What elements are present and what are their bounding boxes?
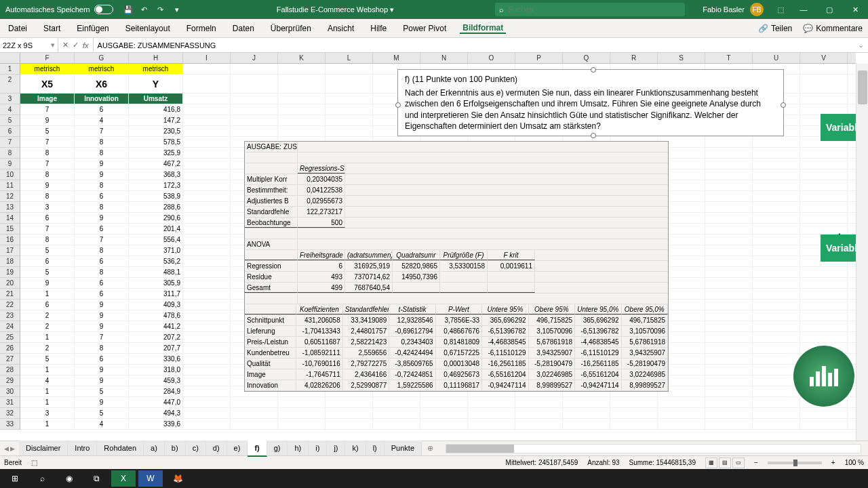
cell[interactable]: 9 (75, 365, 129, 375)
cell[interactable] (326, 75, 373, 93)
sheet-tab[interactable]: h) (288, 441, 309, 455)
row-header[interactable]: 30 (0, 386, 20, 397)
cell[interactable] (800, 148, 848, 158)
select-all-button[interactable] (0, 53, 20, 64)
cell[interactable] (231, 419, 278, 429)
cell[interactable]: 9 (75, 321, 129, 331)
sheet-tab[interactable]: f) (248, 441, 267, 457)
cell[interactable] (231, 397, 278, 407)
zoom-level[interactable]: 100 % (845, 459, 864, 466)
cell[interactable] (183, 397, 231, 407)
output-cell[interactable]: 7370714,62 (345, 272, 393, 282)
cell[interactable] (183, 256, 231, 266)
cell[interactable] (753, 267, 800, 277)
output-cell[interactable] (488, 272, 535, 282)
sheet-tab[interactable]: a) (144, 441, 165, 455)
cell[interactable]: 6 (75, 104, 129, 115)
output-cell[interactable] (245, 152, 298, 163)
cell[interactable]: 201,4 (129, 224, 183, 234)
task-textbox[interactable]: f) (11 Punkte von 100 Punkten) Nach der … (397, 69, 784, 136)
sheet-tab[interactable]: l) (366, 441, 384, 455)
cell[interactable] (326, 104, 373, 115)
sheet-tab[interactable]: Intro (68, 441, 97, 455)
row-header[interactable]: 5 (0, 115, 20, 126)
output-cell[interactable]: Untere 95,0% (575, 304, 621, 314)
cell[interactable]: 6 (75, 191, 129, 201)
col-header[interactable]: Q (563, 53, 610, 63)
cell[interactable] (705, 408, 753, 418)
output-cell[interactable]: Multipler Korr (245, 174, 298, 184)
cell[interactable] (800, 202, 848, 212)
cell[interactable]: 5 (20, 245, 75, 256)
cell[interactable] (278, 126, 326, 136)
cell[interactable] (800, 180, 848, 190)
output-cell[interactable]: 5,67861918 (622, 337, 668, 347)
save-icon[interactable]: 💾 (123, 4, 134, 15)
row-header[interactable]: 2 (0, 75, 20, 94)
cell[interactable]: 330,6 (129, 354, 183, 364)
row-header[interactable]: 26 (0, 343, 20, 354)
comments-button[interactable]: 💬 Kommentare (803, 24, 863, 33)
output-cell[interactable]: 0,81481809 (436, 337, 482, 347)
sheet-tab[interactable]: k) (345, 441, 366, 455)
col-header[interactable]: H (129, 53, 183, 63)
cell[interactable] (183, 148, 231, 158)
cell[interactable] (183, 224, 231, 234)
output-cell[interactable]: -6,51396782 (482, 326, 528, 336)
row-header[interactable]: 23 (0, 310, 20, 321)
cell[interactable] (183, 300, 231, 310)
cell[interactable] (753, 300, 800, 310)
cell[interactable] (183, 267, 231, 277)
output-cell[interactable]: -1,7645711 (296, 369, 342, 380)
output-cell[interactable]: -0,69612794 (389, 326, 435, 336)
output-cell[interactable]: 5,67861918 (529, 337, 575, 347)
output-cell[interactable]: 0,02955673 (298, 196, 345, 206)
row-header[interactable]: 21 (0, 289, 20, 300)
cell[interactable]: 284,9 (129, 386, 183, 396)
row-header[interactable]: 27 (0, 354, 20, 365)
output-cell[interactable]: 6 (298, 261, 345, 271)
cell[interactable] (183, 310, 231, 321)
row-header[interactable]: 33 (0, 419, 20, 430)
col-header[interactable]: I (183, 53, 231, 63)
cell[interactable] (753, 235, 800, 245)
cell[interactable]: 7 (20, 104, 75, 115)
cell[interactable]: 5 (20, 267, 75, 277)
cell[interactable]: 409,3 (129, 300, 183, 310)
output-cell[interactable]: 493 (298, 272, 345, 282)
cell[interactable] (183, 332, 231, 342)
cell[interactable] (278, 104, 326, 115)
cell[interactable]: 447,0 (129, 397, 183, 407)
output-cell[interactable]: 3,02246985 (622, 369, 668, 380)
cell[interactable]: 9 (75, 213, 129, 223)
cell[interactable]: 6 (75, 354, 129, 364)
cell[interactable] (800, 213, 848, 223)
cell[interactable] (800, 64, 848, 74)
cell[interactable] (658, 397, 705, 407)
cell[interactable]: 172,3 (129, 180, 183, 190)
output-cell[interactable]: AUSGABE: ZUSAMMENFASSUNG (245, 142, 298, 152)
col-header[interactable]: L (326, 53, 373, 63)
cell[interactable] (610, 397, 658, 407)
output-cell[interactable]: -0,42424494 (389, 348, 435, 358)
cell[interactable]: 8 (75, 343, 129, 353)
cell[interactable] (753, 137, 800, 147)
cell[interactable] (705, 397, 753, 407)
cell[interactable] (705, 300, 753, 310)
output-cell[interactable]: Bestimmtheit: (245, 185, 298, 195)
output-cell[interactable]: 316925,919 (345, 261, 393, 271)
cell[interactable] (326, 397, 373, 407)
cell[interactable]: 4 (75, 419, 129, 429)
cell[interactable]: 9 (20, 180, 75, 190)
cell[interactable] (753, 202, 800, 212)
cell[interactable]: 325,9 (129, 148, 183, 158)
cell[interactable]: 7 (75, 332, 129, 342)
cell[interactable] (231, 64, 278, 74)
output-cell[interactable]: -6,11510129 (575, 348, 621, 358)
output-cell[interactable]: 7687640,54 (345, 283, 393, 293)
cell[interactable]: 1 (20, 419, 75, 429)
cell[interactable]: 467,2 (129, 159, 183, 169)
ribbon-display-icon[interactable]: ⬚ (770, 4, 791, 15)
maximize-button[interactable]: ▢ (816, 0, 842, 19)
sheet-tab[interactable]: j) (327, 441, 345, 455)
